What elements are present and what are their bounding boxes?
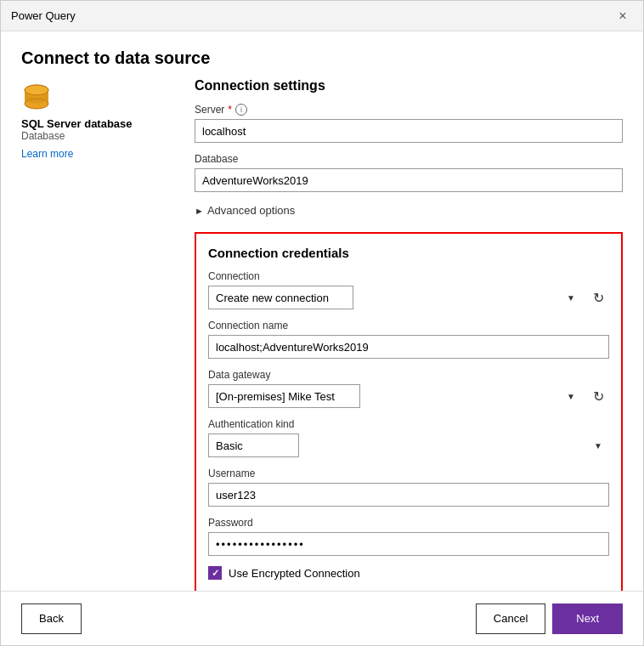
auth-kind-dropdown-icon: ▼ [594,441,602,450]
username-input[interactable] [208,483,609,507]
password-field-group: Password [208,517,609,556]
auth-kind-label: Authentication kind [208,418,609,430]
server-required: * [228,104,232,116]
connection-select-wrapper: Create new connection ▼ [208,286,582,309]
connection-refresh-button[interactable]: ↻ [587,286,609,309]
encrypted-connection-checkbox[interactable]: ✓ [208,566,222,580]
svg-point-3 [25,85,48,95]
server-label: Server * i [195,104,623,116]
dialog: Power Query × Connect to data source SQL… [0,0,644,646]
data-gateway-refresh-button[interactable]: ↻ [587,385,609,407]
db-title: SQL Server database [21,117,174,130]
credentials-box: Connection credentials Connection Create… [195,232,623,591]
database-input[interactable] [195,168,623,192]
db-icon [21,82,52,112]
database-label: Database [195,153,623,165]
password-label: Password [208,517,609,529]
chevron-right-icon: ► [195,206,204,216]
encrypted-connection-row: ✓ Use Encrypted Connection [208,566,609,580]
connection-select[interactable]: Create new connection [208,286,353,309]
next-button[interactable]: Next [552,604,623,634]
connection-label: Connection [208,270,609,282]
title-bar: Power Query × [1,1,643,31]
advanced-options-toggle[interactable]: ► Advanced options [195,202,623,218]
connection-name-label: Connection name [208,320,609,332]
title-bar-text: Power Query [11,9,76,22]
encrypted-connection-label: Use Encrypted Connection [229,567,360,580]
database-field-group: Database [195,153,623,192]
page-title: Connect to data source [1,31,643,78]
checkmark-icon: ✓ [212,568,219,579]
server-info-icon[interactable]: i [235,104,247,116]
advanced-options-label: Advanced options [207,204,295,217]
connection-settings-title: Connection settings [195,78,623,94]
data-gateway-select-row: [On-premises] Mike Test ▼ ↻ [208,384,609,408]
connection-select-row: Create new connection ▼ ↻ [208,286,609,309]
data-gateway-field-group: Data gateway [On-premises] Mike Test ▼ ↻ [208,369,609,408]
username-field-group: Username [208,468,609,507]
connection-field-group: Connection Create new connection ▼ ↻ [208,270,609,309]
main-content: Connect to data source SQL Server databa… [1,31,643,591]
server-field-group: Server * i [195,104,623,143]
close-button[interactable]: × [613,6,633,26]
content-area: SQL Server database Database Learn more … [1,78,643,591]
footer-right: Cancel Next [476,604,623,634]
left-panel: SQL Server database Database Learn more [21,78,174,591]
auth-kind-select-wrapper: Basic Windows Anonymous ▼ [208,434,609,457]
data-gateway-select[interactable]: [On-premises] Mike Test [208,384,360,408]
data-gateway-dropdown-icon: ▼ [567,392,575,401]
connection-dropdown-icon: ▼ [567,293,575,303]
username-label: Username [208,468,609,479]
server-input[interactable] [195,119,623,143]
auth-kind-field-group: Authentication kind Basic Windows Anonym… [208,418,609,457]
learn-more-link[interactable]: Learn more [21,148,73,160]
connection-name-input[interactable] [208,335,609,359]
connection-name-field-group: Connection name [208,320,609,359]
data-gateway-select-wrapper: [On-premises] Mike Test ▼ [208,384,582,408]
cancel-button[interactable]: Cancel [476,604,545,634]
data-gateway-label: Data gateway [208,369,609,381]
password-input[interactable] [208,532,609,556]
auth-kind-select[interactable]: Basic Windows Anonymous [208,434,299,457]
right-panel: Connection settings Server * i Database … [195,78,623,591]
footer: Back Cancel Next [1,591,643,645]
credentials-title: Connection credentials [208,246,609,260]
db-subtitle: Database [21,130,174,142]
back-button[interactable]: Back [21,604,82,634]
